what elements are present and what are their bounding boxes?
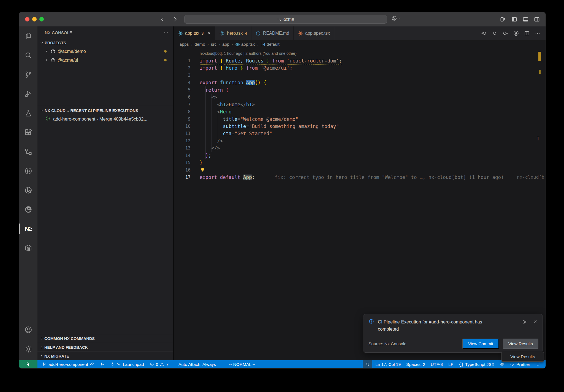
sidebar-section-common-nx-commands[interactable]: COMMON NX COMMANDS xyxy=(37,334,173,343)
code-line-4[interactable]: 4export function App() { xyxy=(173,79,546,86)
zoom-item[interactable] xyxy=(363,360,372,368)
code-line-5[interactable]: 5 return ( xyxy=(173,86,546,94)
code-line-12[interactable]: 12 /> xyxy=(173,137,546,145)
eol-item[interactable]: LF xyxy=(446,360,456,368)
remote-indicator[interactable] xyxy=(19,360,37,368)
more-actions-icon[interactable] xyxy=(535,30,541,36)
copilot-icon xyxy=(500,362,505,367)
notification-settings-gear-icon[interactable] xyxy=(522,319,527,333)
code-line-16[interactable]: 16 xyxy=(173,167,546,174)
sidebar-section-nx-migrate[interactable]: NX MIGRATE xyxy=(37,352,173,360)
command-center-search[interactable]: acme xyxy=(184,15,387,24)
code-line-3[interactable]: 3 xyxy=(173,72,546,79)
code-line-9[interactable]: 9 title="Welcome @acme/demo" xyxy=(173,116,546,123)
code-line-13[interactable]: 13 </> xyxy=(173,145,546,152)
activity-item-settings-gear-icon[interactable] xyxy=(19,339,37,359)
view-commit-button[interactable]: View Commit xyxy=(462,339,499,349)
problems-item[interactable]: 07 xyxy=(147,360,171,368)
commit-graph-item[interactable] xyxy=(97,360,107,368)
more-actions-icon[interactable] xyxy=(163,29,169,36)
code-line-11[interactable]: 11 cta="Get Started" xyxy=(173,130,546,137)
activity-item-explorer-icon[interactable] xyxy=(19,26,37,46)
profile-button[interactable] xyxy=(391,15,401,21)
cursor-position-item[interactable]: Ln 17, Col 19 xyxy=(373,360,403,368)
line-number: 16 xyxy=(173,167,191,174)
breadcrumb-default[interactable]: default xyxy=(261,42,280,47)
code-line-2[interactable]: 2import { Hero } from '@acme/ui'; xyxy=(173,64,546,72)
code-line-6[interactable]: 6 <> xyxy=(173,94,546,101)
commit-graph-icon[interactable] xyxy=(513,30,519,36)
code-line-17[interactable]: 17export default App;fix: correct typo i… xyxy=(173,174,546,181)
code-line-15[interactable]: 15} xyxy=(173,159,546,166)
tab-app.spec.tsx[interactable]: app.spec.tsx xyxy=(294,26,334,40)
forward-arrow-icon[interactable] xyxy=(172,16,178,22)
codelens-annotation[interactable]: nx-cloud[bot], 1 hour ago | 2 authors (Y… xyxy=(200,50,297,57)
maximize-window-button[interactable] xyxy=(39,17,44,21)
back-arrow-icon[interactable] xyxy=(159,16,166,22)
encoding-item[interactable]: UTF-8 xyxy=(428,360,445,368)
code-line-8[interactable]: 8 <Hero xyxy=(173,108,546,115)
tab-README.md[interactable]: README.md xyxy=(251,26,294,40)
activity-item-containers-icon[interactable] xyxy=(19,238,37,258)
nx-cloud-section-header[interactable]: NX CLOUD :: RECENT CI PIPELINE EXECUTION… xyxy=(37,107,173,115)
breadcrumb-app.tsx[interactable]: app.tsx xyxy=(235,42,255,47)
tab-hero.tsx[interactable]: hero.tsx4 xyxy=(215,26,251,40)
git-branch-item[interactable]: add-hero-component xyxy=(40,360,97,368)
nav-back-icon[interactable] xyxy=(481,30,487,36)
inline-blame-annotation: fix: correct typo in hero title from "We… xyxy=(255,175,504,180)
activity-item-references-icon[interactable] xyxy=(19,142,37,161)
layout-customize-icon[interactable] xyxy=(500,16,506,23)
minimize-window-button[interactable] xyxy=(32,17,37,21)
tab-close-icon[interactable] xyxy=(207,31,211,35)
breadcrumb-src[interactable]: src xyxy=(211,42,217,47)
activity-item-run-debug-icon[interactable] xyxy=(19,84,37,104)
activity-item-testing-icon[interactable] xyxy=(19,104,37,123)
language-item[interactable]: {}TypeScript JSX xyxy=(456,360,497,368)
tab-app.tsx[interactable]: app.tsx3 xyxy=(173,26,215,40)
notification-close-icon[interactable] xyxy=(533,319,538,333)
activity-item-gitlens-icon[interactable] xyxy=(19,161,37,181)
code-line-1[interactable]: 1import { Route, Routes } from 'react-ro… xyxy=(173,57,546,64)
activity-item-nx-console-icon[interactable]: N≥ xyxy=(19,219,37,238)
code-editor[interactable]: nx-cloud[bot], 1 hour ago | 2 authors (Y… xyxy=(173,48,546,360)
layout-sidebar-left-icon[interactable] xyxy=(511,16,517,23)
breadcrumb-apps[interactable]: apps xyxy=(180,42,189,47)
code-line-7[interactable]: 7 <h1>Home</h1> xyxy=(173,101,546,108)
line-number: 14 xyxy=(173,152,191,159)
activity-item-search-icon[interactable] xyxy=(19,46,37,65)
activity-item-extensions-icon[interactable] xyxy=(19,123,37,142)
project-item-@acme/demo[interactable]: @acme/demo xyxy=(37,47,173,56)
tree-chevron-down-icon xyxy=(39,108,44,113)
sidebar-title: NX CONSOLE xyxy=(45,31,72,35)
line-number: 17 xyxy=(173,174,191,181)
auto-attach-item[interactable]: Auto Attach: Always xyxy=(176,360,218,368)
line-content: cta="Get Started" xyxy=(191,130,272,137)
view-results-button[interactable]: View Results xyxy=(503,339,538,349)
tab-label: README.md xyxy=(263,31,289,36)
vim-mode-item[interactable]: -- NORMAL -- xyxy=(227,360,258,368)
code-line-14[interactable]: 14 ); xyxy=(173,152,546,159)
lightbulb-icon[interactable] xyxy=(200,167,205,173)
split-editor-icon[interactable] xyxy=(524,30,530,36)
project-item-@acme/ui[interactable]: @acme/ui xyxy=(37,56,173,64)
layout-sidebar-right-icon[interactable] xyxy=(534,16,540,23)
close-window-button[interactable] xyxy=(25,17,29,21)
activity-item-edge-browser-icon[interactable] xyxy=(19,200,37,219)
code-line-10[interactable]: 10 subtitle="Build something amazing tod… xyxy=(173,123,546,130)
activity-bar: N≥ xyxy=(19,26,37,360)
activity-item-gitlens-inspect-icon[interactable] xyxy=(19,181,37,200)
activity-item-account-icon[interactable] xyxy=(19,320,37,339)
sidebar-section-help-and-feedback[interactable]: HELP AND FEEDBACK xyxy=(37,343,173,352)
indentation-item[interactable]: Spaces: 2 xyxy=(404,360,428,368)
status-text: Auto Attach: Always xyxy=(178,362,216,367)
breadcrumb-demo[interactable]: demo xyxy=(194,42,205,47)
projects-section-header[interactable]: PROJECTS xyxy=(37,39,173,47)
layout-panel-icon[interactable] xyxy=(522,16,529,23)
pipeline-execution-item[interactable]: add-hero-component - Merge 409b44e5cb02.… xyxy=(37,115,173,124)
activity-item-source-control-icon[interactable] xyxy=(19,65,37,84)
breadcrumb-app[interactable]: app xyxy=(222,42,229,47)
nav-forward-icon[interactable] xyxy=(502,30,508,36)
nav-dot-icon[interactable] xyxy=(492,30,498,36)
breadcrumb-label: app xyxy=(222,42,229,47)
launchpad-item[interactable]: Launchpad xyxy=(108,360,147,368)
